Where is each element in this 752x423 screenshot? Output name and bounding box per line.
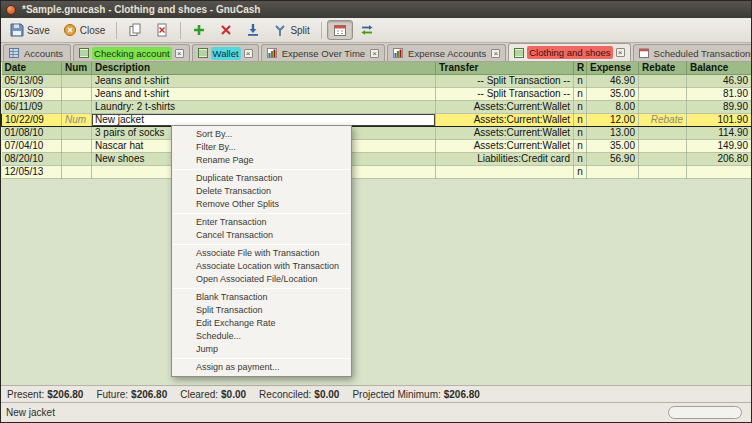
transaction-row[interactable]: 05/13/09 Jeans and t-shirt -- Split Tran… [2,75,752,88]
cell-reconcile[interactable]: n [574,88,587,101]
cell-balance[interactable]: 81.90 [687,88,752,101]
menu-item-delete-transaction[interactable]: Delete Transaction [172,185,351,198]
col-header-transfer[interactable]: Transfer [436,62,574,75]
delete-button[interactable] [149,20,175,40]
cell-reconcile[interactable]: n [574,75,587,88]
transaction-row[interactable]: 08/20/10 New shoes Liabilities:Credit ca… [2,153,752,166]
cell-balance[interactable]: 46.90 [687,75,752,88]
cell-date[interactable]: 08/20/10 [2,153,62,166]
cell-reconcile[interactable]: n [574,153,587,166]
cancel-button[interactable] [213,20,239,40]
cell-transfer[interactable]: Liabilities:Credit card [436,153,574,166]
cell-description[interactable]: Jeans and t-shirt [92,75,436,88]
schedule-button[interactable] [327,20,353,40]
cell-transfer[interactable]: Assets:Current:Wallet [436,101,574,114]
menu-item-sort-by[interactable]: Sort By... [172,128,351,141]
tab-expense-accounts[interactable]: Expense Accounts [387,44,506,61]
cell-description[interactable]: Laundry: 2 t-shirts [92,101,436,114]
tab-close-icon[interactable] [244,49,253,58]
menu-item-open-associated[interactable]: Open Associated File/Location [172,273,351,286]
cell-rebate[interactable] [639,153,687,166]
cell-expense[interactable]: 35.00 [587,140,639,153]
cell-balance[interactable]: 149.90 [687,140,752,153]
cell-rebate[interactable] [639,101,687,114]
cell-date[interactable]: 05/13/09 [2,88,62,101]
tab-accounts[interactable]: Accounts [3,44,71,61]
cell-date[interactable]: 07/04/10 [2,140,62,153]
col-header-reconcile[interactable]: R [574,62,587,75]
cell-rebate[interactable] [639,88,687,101]
cell-transfer[interactable] [436,166,574,179]
menu-item-rename-page[interactable]: Rename Page [172,154,351,167]
cell-balance[interactable]: 206.80 [687,153,752,166]
cell-num-placeholder[interactable]: Num [62,114,92,127]
menu-item-remove-other-splits[interactable]: Remove Other Splits [172,198,351,211]
col-header-description[interactable]: Description [92,62,436,75]
cell-date[interactable]: 01/08/10 [2,127,62,140]
blank-transaction-button[interactable] [240,20,266,40]
menu-item-split-transaction[interactable]: Split Transaction [172,304,351,317]
menu-item-associate-location[interactable]: Associate Location with Transaction [172,260,351,273]
cell-expense[interactable]: 56.90 [587,153,639,166]
duplicate-button[interactable] [122,20,148,40]
cell-transfer[interactable]: -- Split Transaction -- [436,88,574,101]
cell-balance[interactable]: 101.90 [687,114,752,127]
cell-num[interactable] [62,88,92,101]
cell-transfer[interactable]: Assets:Current:Wallet [436,140,574,153]
menu-item-cancel-transaction[interactable]: Cancel Transaction [172,229,351,242]
cell-balance[interactable] [687,166,752,179]
menu-item-edit-exchange-rate[interactable]: Edit Exchange Rate [172,317,351,330]
tab-checking-account[interactable]: Checking account [73,44,190,61]
col-header-expense[interactable]: Expense [587,62,639,75]
cell-num[interactable] [62,166,92,179]
cell-description[interactable]: Jeans and t-shirt [92,88,436,101]
cell-balance[interactable]: 114.90 [687,127,752,140]
cell-rebate[interactable] [639,166,687,179]
menu-item-blank-transaction[interactable]: Blank Transaction [172,291,351,304]
enter-button[interactable] [186,20,212,40]
menu-item-enter-transaction[interactable]: Enter Transaction [172,216,351,229]
cell-expense[interactable]: 12.00 [587,114,639,127]
transaction-row[interactable]: 01/08/10 3 pairs of socks Assets:Current… [2,127,752,140]
cell-num[interactable] [62,75,92,88]
selected-transaction-row[interactable]: 10/22/09 Num New jacket Assets:Current:W… [2,114,752,127]
cell-reconcile[interactable]: n [574,166,587,179]
cell-num[interactable] [62,127,92,140]
col-header-date[interactable]: Date [2,62,62,75]
cell-reconcile[interactable]: n [574,140,587,153]
cell-transfer[interactable]: Assets:Current:Wallet [436,114,574,127]
cell-transfer[interactable]: Assets:Current:Wallet [436,127,574,140]
transaction-row[interactable]: 05/13/09 Jeans and t-shirt -- Split Tran… [2,88,752,101]
cell-transfer[interactable]: -- Split Transaction -- [436,75,574,88]
cell-reconcile[interactable]: n [574,127,587,140]
blank-transaction-row[interactable]: 12/05/13 n [2,166,752,179]
tab-wallet[interactable]: Wallet [192,44,259,61]
menu-item-associate-file[interactable]: Associate File with Transaction [172,247,351,260]
window-close-button[interactable] [6,5,16,15]
transaction-row[interactable]: 06/11/09 Laundry: 2 t-shirts Assets:Curr… [2,101,752,114]
col-header-rebate[interactable]: Rebate [639,62,687,75]
cell-expense[interactable]: 13.00 [587,127,639,140]
col-header-balance[interactable]: Balance [687,62,752,75]
cell-expense[interactable]: 8.00 [587,101,639,114]
menu-item-duplicate-transaction[interactable]: Duplicate Transaction [172,172,351,185]
menu-item-schedule[interactable]: Schedule... [172,330,351,343]
tab-close-icon[interactable] [491,49,500,58]
cell-rebate[interactable] [639,127,687,140]
menu-item-assign-as-payment[interactable]: Assign as payment... [172,361,351,374]
cell-rebate[interactable] [639,140,687,153]
cell-rebate-placeholder[interactable]: Rebate [639,114,687,127]
transaction-row[interactable]: 07/04/10 Nascar hat Assets:Current:Walle… [2,140,752,153]
cell-expense[interactable]: 35.00 [587,88,639,101]
cell-expense[interactable] [587,166,639,179]
tab-close-icon[interactable] [370,49,379,58]
cell-num[interactable] [62,101,92,114]
cell-date[interactable]: 06/11/09 [2,101,62,114]
tab-scheduled-transactions[interactable]: Scheduled Transactions [633,44,751,61]
cell-num[interactable] [62,153,92,166]
cell-date[interactable]: 10/22/09 [2,114,62,127]
menu-item-filter-by[interactable]: Filter By... [172,141,351,154]
save-button[interactable]: Save [4,20,56,40]
cell-reconcile[interactable]: n [574,114,587,127]
tab-clothing-and-shoes[interactable]: Clothing and shoes [508,43,630,61]
